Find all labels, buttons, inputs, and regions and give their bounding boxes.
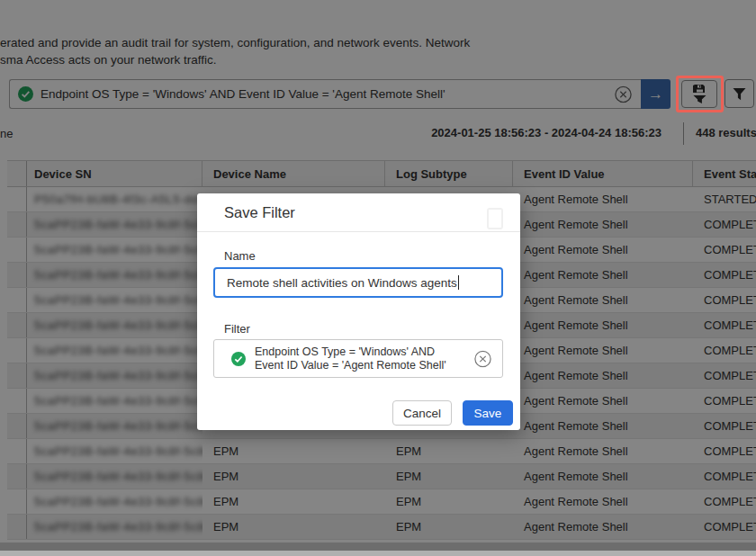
modal-filter-line1: Endpoint OS Type = 'Windows' AND — [255, 345, 446, 359]
modal-filter-chip: Endpoint OS Type = 'Windows' AND Event I… — [213, 339, 503, 378]
remove-filter-icon[interactable] — [474, 350, 491, 367]
modal-header: Save Filter — [197, 193, 520, 232]
text-caret — [458, 275, 459, 290]
modal-filter-line2: Event ID Value = 'Agent Remote Shell' — [255, 359, 446, 372]
save-button[interactable]: Save — [463, 400, 513, 426]
modal-filter-text: Endpoint OS Type = 'Windows' AND Event I… — [255, 345, 446, 372]
screen: erated and provide an audit trail for sy… — [0, 0, 756, 556]
name-input-value: Remote shell activities on Windows agent… — [227, 276, 457, 290]
modal-title: Save Filter — [224, 204, 295, 221]
save-filter-highlight-box — [676, 76, 724, 112]
filter-valid-check-icon — [231, 352, 246, 366]
cancel-button[interactable]: Cancel — [392, 400, 452, 426]
window-bottom-edge — [0, 551, 756, 556]
name-label: Name — [224, 249, 256, 263]
modal-ghost-mark — [487, 208, 503, 229]
save-filter-modal: Save Filter Name Remote shell activities… — [197, 193, 520, 430]
name-input[interactable]: Remote shell activities on Windows agent… — [213, 267, 503, 298]
filter-label: Filter — [224, 322, 250, 336]
